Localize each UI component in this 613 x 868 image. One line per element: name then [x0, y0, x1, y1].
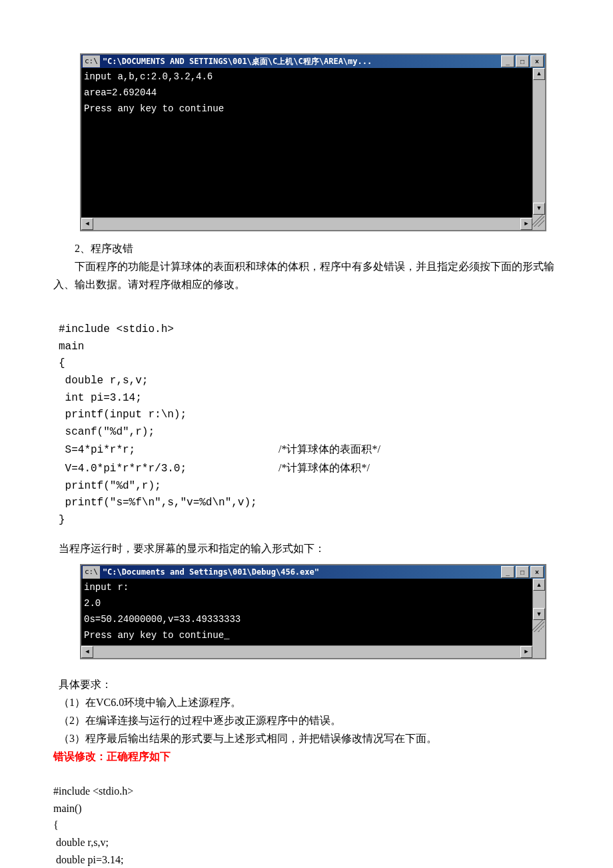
window-buttons: _ □ ×: [501, 566, 544, 578]
code-line: V=4.0*pi*r*r*r/3.0;/*计算球体的体积*/: [59, 463, 370, 475]
maximize-button[interactable]: □: [516, 566, 529, 578]
scroll-up-icon[interactable]: ▲: [533, 68, 545, 80]
code-line: printf("s=%f\n",s,"v=%d\n",v);: [59, 497, 257, 509]
section-title: 2、程序改错: [53, 239, 560, 257]
scroll-left-icon[interactable]: ◄: [81, 218, 93, 230]
code-line: double pi=3.14;: [53, 854, 123, 865]
console-body-wrap: input r: 2.0 0s=50.24000000,v=33.4933333…: [81, 579, 545, 657]
fix-title: 错误修改：正确程序如下: [53, 747, 560, 765]
requirements-title: 具体要求：: [59, 675, 560, 693]
console-titlebar: c:\ "C:\DOCUMENTS AND SETTINGS\001\桌面\C上…: [81, 55, 545, 68]
vertical-scrollbar-area: ▲ ▼: [532, 68, 545, 230]
console-window-2: c:\ "C:\Documents and Settings\001\Debug…: [80, 564, 546, 659]
requirement-item: （2）在编译连接与运行的过程中逐步改正源程序中的错误。: [59, 711, 560, 729]
close-button[interactable]: ×: [530, 55, 544, 67]
horizontal-scrollbar[interactable]: ◄ ►: [81, 645, 532, 658]
run-description: 当程序运行时，要求屏幕的显示和指定的输入形式如下：: [59, 539, 560, 557]
maximize-button[interactable]: □: [516, 55, 529, 67]
code-line: printf(input r:\n);: [59, 409, 187, 421]
code-comment: /*计算球体的表面积*/: [279, 443, 380, 455]
code-line: main: [59, 341, 84, 353]
vertical-scrollbar[interactable]: ▲ ▼: [532, 579, 545, 620]
code-line: #include <stdio.h>: [59, 323, 174, 335]
code-line: S=4*pi*r*r;/*计算球体的表面积*/: [59, 444, 380, 456]
console-output: input r: 2.0 0s=50.24000000,v=33.4933333…: [81, 579, 532, 645]
console-icon: c:\: [83, 55, 100, 68]
window-buttons: _ □ ×: [501, 55, 544, 67]
scroll-up-icon[interactable]: ▲: [533, 579, 545, 591]
code-line: main(): [53, 803, 82, 814]
console-titlebar: c:\ "C:\Documents and Settings\001\Debug…: [81, 565, 545, 579]
scroll-down-icon[interactable]: ▼: [533, 203, 545, 215]
console-icon: c:\: [83, 566, 100, 579]
code-line: scanf("%d",r);: [59, 426, 155, 438]
requirement-item: （1）在VC6.0环境中输入上述源程序。: [59, 693, 560, 711]
code-line: }: [59, 514, 65, 526]
scroll-down-icon[interactable]: ▼: [533, 608, 545, 620]
console-main: input a,b,c:2.0,3.2,4.6 area=2.692044 Pr…: [81, 68, 532, 230]
console-output: input a,b,c:2.0,3.2,4.6 area=2.692044 Pr…: [81, 68, 532, 217]
code-line: #include <stdio.h>: [53, 785, 133, 797]
minimize-button[interactable]: _: [501, 55, 514, 67]
code-line: int pi=3.14;: [59, 392, 142, 404]
horizontal-scrollbar[interactable]: ◄ ►: [81, 217, 532, 230]
code-line: {: [59, 357, 65, 369]
minimize-button[interactable]: _: [501, 566, 514, 578]
code-comment: /*计算球体的体积*/: [279, 462, 370, 473]
close-button[interactable]: ×: [530, 566, 544, 578]
code-line: printf("%d",r);: [59, 480, 161, 492]
console-body-wrap: input a,b,c:2.0,3.2,4.6 area=2.692044 Pr…: [81, 68, 545, 230]
vertical-scrollbar[interactable]: ▲ ▼: [532, 68, 545, 215]
scroll-left-icon[interactable]: ◄: [81, 646, 93, 658]
section-description: 下面程序的功能是计算球体的表面积和球体的体积，程序中有多处错误，并且指定必须按下…: [53, 257, 560, 293]
console-title-text: "C:\DOCUMENTS AND SETTINGS\001\桌面\C上机\C程…: [103, 55, 501, 68]
code-block-original: #include <stdio.h> main { double r,s,v; …: [59, 305, 560, 529]
vertical-scrollbar-area: ▲ ▼: [532, 579, 545, 657]
console-title-text: "C:\Documents and Settings\001\Debug\456…: [103, 565, 501, 579]
code-line: double r,s,v;: [59, 375, 148, 387]
code-line: {: [53, 819, 59, 831]
code-block-corrected: #include <stdio.h> main() { double r,s,v…: [53, 766, 560, 868]
scroll-right-icon[interactable]: ►: [520, 218, 532, 230]
console-main: input r: 2.0 0s=50.24000000,v=33.4933333…: [81, 579, 532, 657]
console-window-1: c:\ "C:\DOCUMENTS AND SETTINGS\001\桌面\C上…: [80, 53, 546, 231]
requirement-item: （3）程序最后输出结果的形式要与上述形式相同，并把错误修改情况写在下面。: [59, 729, 560, 747]
resize-grip-icon[interactable]: [532, 620, 544, 632]
scroll-right-icon[interactable]: ►: [520, 646, 532, 658]
document-page: c:\ "C:\DOCUMENTS AND SETTINGS\001\桌面\C上…: [0, 0, 613, 868]
resize-grip-icon[interactable]: [532, 215, 544, 227]
code-line: double r,s,v;: [53, 837, 109, 848]
